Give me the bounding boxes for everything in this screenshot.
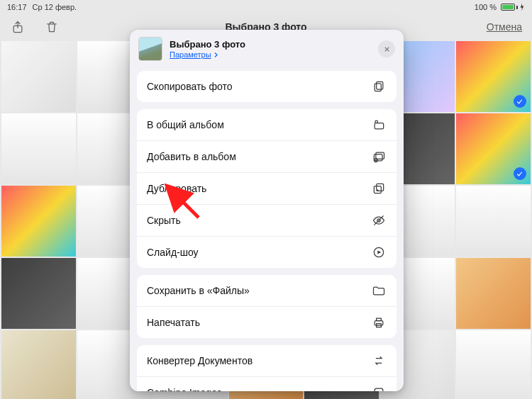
sheet-title: Выбрано 3 фото — [170, 39, 245, 50]
svg-rect-15 — [375, 321, 383, 326]
action-label: Скрыть — [147, 215, 371, 226]
action-label: В общий альбом — [147, 119, 371, 130]
sheet-options-label: Параметры — [170, 50, 211, 59]
screen: 16:17 Ср 12 февр. 100 % В — [0, 0, 532, 399]
shared-album-icon — [371, 117, 387, 133]
action-slideshow[interactable]: Слайд-шоу — [137, 237, 397, 268]
sheet-preview-thumb — [138, 37, 162, 61]
swap-arrows-icon — [371, 353, 387, 369]
copy-stack-icon — [371, 79, 387, 94]
action-label: Слайд-шоу — [147, 247, 371, 258]
action-add-to-album[interactable]: Добавить в альбом — [137, 141, 397, 173]
square-icon — [371, 385, 387, 391]
share-sheet: Выбрано 3 фото Параметры Скопировать фот… — [130, 30, 404, 391]
printer-icon — [371, 315, 387, 330]
action-group-2: В общий альбом Добавить в альбом Дублиро… — [137, 109, 397, 268]
play-circle-icon — [371, 245, 387, 260]
eye-slash-icon — [371, 213, 387, 228]
action-label: Напечатать — [147, 317, 371, 328]
action-label: Скопировать фото — [147, 81, 371, 92]
svg-rect-18 — [375, 388, 383, 391]
action-hide[interactable]: Скрыть — [137, 205, 397, 237]
action-label: Дублировать — [147, 183, 371, 194]
action-label: Сохранить в «Файлы» — [147, 285, 371, 296]
action-label: Конвертер Документов — [147, 355, 371, 366]
action-label: Добавить в альбом — [147, 151, 371, 162]
sheet-options-link[interactable]: Параметры — [170, 50, 245, 59]
action-doc-converter[interactable]: Конвертер Документов — [137, 345, 397, 377]
svg-rect-5 — [375, 84, 381, 91]
action-label: Combine Images — [147, 387, 371, 391]
sheet-header: Выбрано 3 фото Параметры — [130, 30, 404, 71]
action-save-to-files[interactable]: Сохранить в «Файлы» — [137, 275, 397, 307]
svg-rect-16 — [377, 318, 382, 320]
action-group-4: Конвертер Документов Combine Images File… — [137, 345, 397, 391]
sheet-body[interactable]: Скопировать фото В общий альбом Добавить… — [130, 71, 404, 391]
action-print[interactable]: Напечатать — [137, 307, 397, 338]
close-button[interactable] — [378, 40, 395, 57]
action-shared-album[interactable]: В общий альбом — [137, 109, 397, 141]
album-plus-icon — [371, 149, 387, 164]
action-combine-images[interactable]: Combine Images — [137, 377, 397, 391]
action-group-1: Скопировать фото — [137, 71, 397, 102]
svg-rect-9 — [376, 152, 384, 159]
duplicate-icon — [371, 181, 387, 196]
action-group-3: Сохранить в «Файлы» Напечатать — [137, 275, 397, 338]
svg-point-7 — [375, 120, 378, 123]
svg-rect-4 — [377, 82, 383, 89]
action-copy-photo[interactable]: Скопировать фото — [137, 71, 397, 102]
action-duplicate[interactable]: Дублировать — [137, 173, 397, 205]
svg-rect-6 — [375, 123, 384, 129]
folder-icon — [371, 283, 387, 298]
